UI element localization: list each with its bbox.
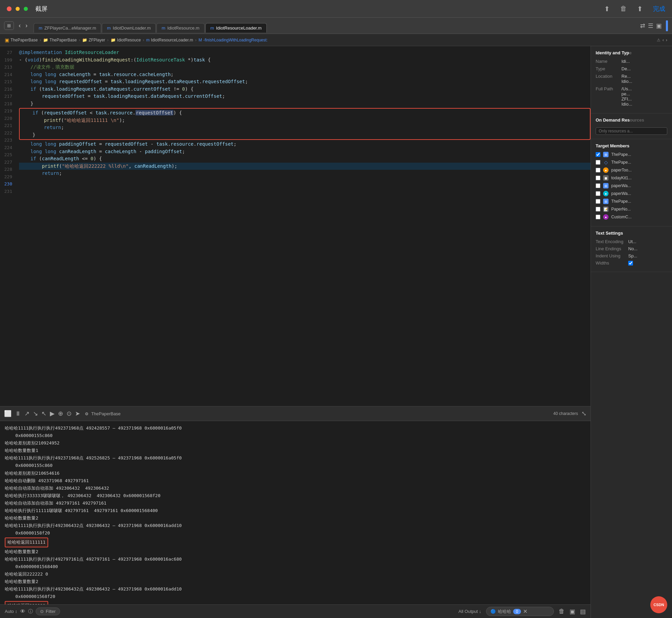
console-line: 哈哈哈自动删除 492371968 492797161 (5, 477, 586, 485)
nav-left-icon[interactable]: ‹ (662, 38, 664, 42)
on-demand-input[interactable] (596, 127, 667, 135)
code-area[interactable]: @implementation IdiotResourceLoader - (v… (16, 46, 591, 406)
main-content: 27 199 213 214 215 216 217 218 219 220 2… (0, 46, 672, 618)
target-checkbox-9[interactable] (596, 215, 600, 219)
target-item: ● paperWa... (596, 191, 667, 196)
expand-button[interactable]: ⤡ (581, 410, 586, 417)
breadcrumb-part2[interactable]: ThePaperBase (50, 38, 77, 42)
target-checkbox-1[interactable] (596, 152, 600, 157)
tab-idiotresource[interactable]: m IdiotResource.m (156, 23, 205, 33)
panel-icon[interactable]: ▣ (656, 22, 662, 30)
target-item: 📝 PaperNo... (596, 206, 667, 212)
breadcrumb-part1[interactable]: ThePaperBase (11, 38, 38, 42)
search-bar[interactable]: 🔵 哈哈哈 0 ✕ (486, 607, 554, 616)
grid-view-button[interactable]: ⊞ (4, 21, 14, 30)
output-label[interactable]: All Output ↓ (459, 609, 481, 614)
sep5: › (195, 38, 197, 42)
line-numbers: 27 199 213 214 215 216 217 218 219 220 2… (0, 46, 16, 406)
target-icon-5: ⊞ (603, 183, 609, 188)
toggle-console-button[interactable]: ⬜ (4, 410, 12, 417)
auto-label[interactable]: Auto ↕ (5, 609, 17, 614)
info-icon[interactable]: ⓘ (28, 608, 33, 615)
target-item: ⊞ paperWa... (596, 183, 667, 188)
nav-back-button[interactable]: ‹ (17, 21, 23, 30)
code-line: return; (21, 124, 589, 131)
widths-checkbox[interactable] (628, 261, 633, 266)
csdn-badge[interactable]: CSDN (650, 596, 667, 613)
target-checkbox-8[interactable] (596, 207, 600, 212)
swap-icon[interactable]: ⇄ (640, 22, 645, 30)
breadcrumb-part3[interactable]: ZFPlayer (89, 38, 105, 42)
target-name-2: ThePape... (611, 160, 631, 165)
nav-forward-button[interactable]: › (23, 21, 30, 30)
target-checkbox-6[interactable] (596, 191, 600, 196)
code-line: } (21, 131, 589, 139)
target-checkbox-7[interactable] (596, 199, 600, 204)
breadcrumb: ▣ ThePaperBase › 📁 ThePaperBase › 📁 ZFPl… (0, 34, 672, 46)
console-line: 哈哈哈差别差别210924952 (5, 439, 586, 447)
target-checkbox-3[interactable] (596, 168, 600, 172)
location-row: Location Re...Idio... (596, 74, 667, 84)
console-line: 0x60000155c860 (5, 432, 586, 439)
target-checkbox-2[interactable] (596, 160, 600, 165)
editor-pane: 27 199 213 214 215 216 217 218 219 220 2… (0, 46, 591, 618)
sep3: › (107, 38, 109, 42)
target-icon-8: 📝 (603, 206, 609, 212)
tab-idiotdownloader[interactable]: m IdiotDownLoader.m (102, 23, 156, 33)
tab-icon: m (39, 25, 42, 31)
breadcrumb-part6[interactable]: IdiotResourceLoader.m (151, 38, 193, 42)
continue-button[interactable]: ▶ (50, 410, 55, 417)
close-button[interactable] (7, 6, 12, 11)
editor-content[interactable]: 27 199 213 214 215 216 217 218 219 220 2… (0, 46, 591, 406)
maximize-button[interactable] (24, 7, 28, 11)
target-name-9: CustomC... (611, 215, 632, 219)
share-icon[interactable]: ⬆ (637, 5, 643, 13)
target-name-5: paperWa... (611, 183, 631, 188)
breakpoint-button[interactable]: ⊕ (58, 410, 63, 417)
jump-button[interactable]: ➤ (75, 410, 80, 417)
step-over-button[interactable]: ↗ (24, 410, 30, 417)
pause-button[interactable]: ⏸ (15, 410, 21, 417)
split-view-button[interactable]: ▣ (570, 608, 575, 615)
tab-idiotresourceloader[interactable]: m IdiotResourceLoader.m (205, 23, 267, 33)
trash-icon[interactable]: 🗑 (620, 5, 627, 13)
code-line: requestedOffset = task.loadingRequest.da… (19, 93, 591, 100)
done-button[interactable]: 完成 (653, 5, 665, 13)
tab-zfplayer[interactable]: m ZFPlayerCa...eManager.m (34, 23, 101, 33)
console-line: 哈哈哈1111执行执行执行492371968点 492526825 — 4923… (5, 454, 586, 462)
tab-icon: m (107, 25, 111, 31)
char-count: 40 characters (553, 411, 578, 416)
target-item: ◇ ThePape... (596, 160, 667, 165)
target-checkbox-5[interactable] (596, 183, 600, 188)
target-checkbox-4[interactable] (596, 176, 600, 180)
search-count: 0 (513, 609, 521, 614)
fullpath-value: /Us...pe...ZFI...Idio... (621, 86, 632, 107)
breadcrumb-part4[interactable]: IdiotResouce (117, 38, 141, 42)
target-name-6: paperWa... (611, 191, 631, 196)
target-name-8: PaperNo... (611, 207, 631, 212)
type-label: Type (596, 66, 619, 71)
panel-toggle-button[interactable]: ▤ (580, 608, 586, 615)
project-name: ThePaperBase (91, 411, 121, 416)
clear-search-button[interactable]: ✕ (523, 608, 527, 615)
step-into-button[interactable]: ↘ (33, 410, 38, 417)
console-line: 哈哈哈1111执行执行执行492306432点 492306432 — 4923… (5, 585, 586, 593)
step-out-button[interactable]: ↖ (41, 410, 46, 417)
up-icon[interactable]: ⬆ (604, 5, 610, 13)
code-line: - (void)finishLoadingWithLoadingRequest:… (19, 56, 591, 64)
indent-value: Sp... (628, 253, 637, 258)
location-value: Re...Idio... (621, 74, 632, 84)
location-button[interactable]: ⊙ (67, 410, 72, 417)
tab-label: ZFPlayerCa...eManager.m (44, 25, 96, 31)
list-icon[interactable]: ☰ (648, 22, 653, 30)
nav-right-icon[interactable]: › (666, 38, 667, 42)
fullpath-row: Full Path /Us...pe...ZFI...Idio... (596, 86, 667, 107)
filter-button[interactable]: ⊙ Filter (36, 607, 60, 615)
minimize-button[interactable] (16, 7, 20, 11)
eye-icon[interactable]: 👁 (20, 608, 25, 615)
target-name-3: paperToo... (611, 168, 632, 172)
trash-console-button[interactable]: 🗑 (559, 608, 565, 615)
identity-title: Identity and Type (596, 50, 667, 55)
breadcrumb-current[interactable]: -finishLoadingWithLoadingRequest: (203, 38, 267, 42)
console-area[interactable]: 哈哈哈1111执行执行执行492371968点 492428557 — 4923… (0, 421, 591, 604)
